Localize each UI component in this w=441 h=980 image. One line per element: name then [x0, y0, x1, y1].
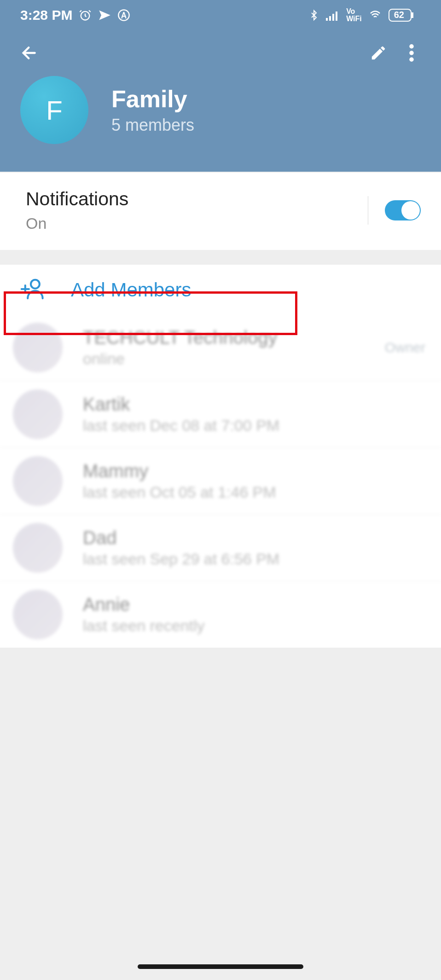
add-user-icon — [20, 278, 45, 302]
member-status: last seen recently — [83, 617, 405, 635]
member-avatar — [13, 389, 63, 439]
group-name: Family — [111, 85, 194, 113]
send-icon — [98, 9, 111, 22]
svg-point-11 — [31, 280, 40, 289]
bluetooth-icon — [308, 9, 319, 22]
back-button[interactable] — [13, 36, 46, 70]
notifications-toggle[interactable] — [385, 200, 421, 220]
member-avatar — [13, 323, 63, 372]
alarm-icon — [79, 9, 92, 22]
battery-icon: 62 — [389, 9, 424, 22]
member-name: Dad — [83, 528, 405, 548]
cellular-signal-icon — [326, 10, 340, 21]
member-name: Annie — [83, 594, 405, 615]
member-status: last seen Sep 29 at 6:56 PM — [83, 550, 405, 568]
group-avatar-initial: F — [46, 95, 62, 126]
member-name: Mammy — [83, 461, 405, 481]
member-name: Kartik — [83, 394, 405, 415]
svg-point-9 — [409, 51, 414, 55]
member-status: last seen Oct 05 at 1:46 PM — [83, 483, 405, 501]
edit-button[interactable] — [362, 36, 395, 70]
status-bar: 3:28 PM VoWiFi — [0, 0, 441, 30]
add-members-button[interactable]: Add Members — [0, 265, 441, 314]
member-row[interactable]: Kartik last seen Dec 08 at 7:00 PM — [0, 381, 441, 447]
member-name: TECHCULT Technology — [83, 327, 365, 348]
member-avatar — [13, 456, 63, 506]
member-status: online — [83, 350, 365, 368]
member-row[interactable]: TECHCULT Technology online Owner — [0, 314, 441, 381]
member-role: Owner — [385, 340, 425, 355]
svg-point-10 — [409, 58, 414, 62]
group-subtitle: 5 members — [111, 116, 194, 135]
svg-point-1 — [119, 10, 129, 20]
home-indicator[interactable] — [138, 964, 303, 969]
wifi-icon — [368, 10, 382, 21]
notifications-state: On — [26, 215, 368, 232]
svg-rect-4 — [332, 14, 334, 21]
svg-rect-2 — [326, 18, 328, 21]
svg-rect-7 — [412, 13, 413, 17]
member-avatar — [13, 590, 63, 639]
member-status: last seen Dec 08 at 7:00 PM — [83, 417, 405, 435]
divider — [368, 196, 368, 225]
svg-point-8 — [409, 44, 414, 49]
vowifi-icon: VoWiFi — [346, 8, 362, 23]
svg-rect-5 — [336, 12, 337, 21]
more-menu-button[interactable] — [395, 36, 428, 70]
group-avatar[interactable]: F — [20, 76, 88, 144]
battery-level: 62 — [394, 10, 404, 20]
svg-rect-3 — [329, 16, 331, 21]
add-members-label: Add Members — [71, 279, 191, 301]
status-time: 3:28 PM — [20, 7, 72, 23]
app-icon — [117, 9, 130, 22]
member-row[interactable]: Annie last seen recently — [0, 581, 441, 648]
member-avatar — [13, 523, 63, 573]
notifications-title: Notifications — [26, 188, 368, 210]
member-row[interactable]: Dad last seen Sep 29 at 6:56 PM — [0, 514, 441, 581]
member-row[interactable]: Mammy last seen Oct 05 at 1:46 PM — [0, 447, 441, 514]
notifications-row[interactable]: Notifications On — [0, 173, 441, 250]
